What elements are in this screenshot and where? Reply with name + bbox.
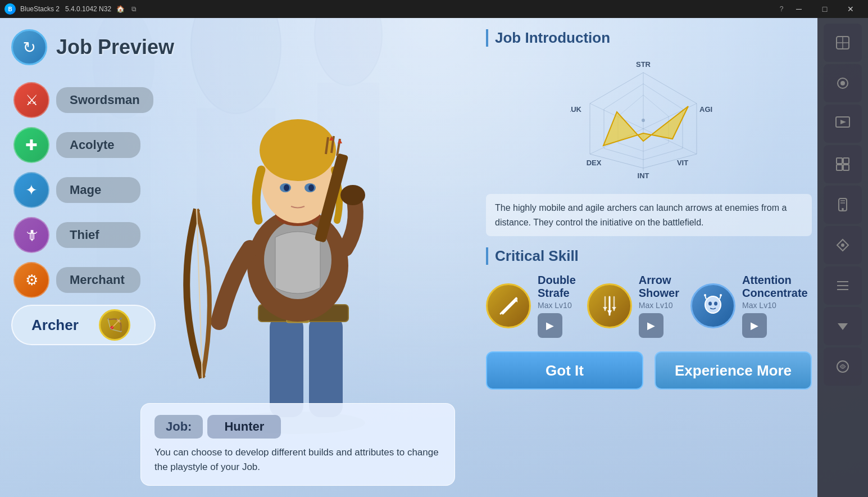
character-svg [140, 40, 455, 445]
help-icon[interactable]: ? [777, 4, 786, 13]
sidebar-icon-4 [834, 156, 851, 173]
job-item-archer[interactable]: Archer 🏹 [11, 305, 156, 345]
window-controls: ? ─ □ ✕ [777, 0, 864, 18]
job-item-merchant[interactable]: ⚙ Merchant [11, 260, 156, 300]
radar-chart: STR AGI VIT INT DEX LUK [570, 56, 728, 185]
bluestacks-logo: B [4, 3, 16, 15]
sidebar-btn-3[interactable] [824, 105, 862, 143]
svg-rect-7 [270, 316, 303, 417]
double-strafe-name: Double Strafe [538, 274, 576, 300]
back-button[interactable]: ↺ [11, 29, 47, 65]
critical-skill-title: Critical Skill [486, 247, 812, 265]
sidebar-icon-3 [834, 115, 851, 132]
skill-icon-row-2: Arrow Shower Max Lv10 ▶ [587, 274, 679, 338]
attention-name: Attention Concentrate [742, 274, 812, 300]
critical-skill-section: Critical Skill Double S [486, 247, 812, 340]
title-bar: B BlueStacks 2 5.4.0.1042 N32 🏠 ⧉ ? ─ □ … [0, 0, 868, 18]
arrow-shower-info: Arrow Shower Max Lv10 ▶ [639, 274, 679, 338]
arrow-shower-play-button[interactable]: ▶ [639, 313, 664, 338]
maximize-button[interactable]: □ [812, 0, 838, 18]
attention-concentrate-icon [690, 283, 735, 328]
svg-marker-44 [607, 310, 612, 315]
swordsman-label: Swordsman [56, 87, 153, 113]
mage-icon: ✦ [13, 172, 49, 208]
home-icon[interactable]: 🏠 [116, 4, 125, 13]
action-buttons: Got It Experience More [486, 351, 812, 390]
svg-point-20 [340, 185, 365, 205]
sidebar-btn-5[interactable] [824, 186, 862, 224]
svg-point-67 [842, 208, 844, 210]
sidebar-icon-9 [834, 358, 851, 375]
sidebar-btn-1[interactable] [824, 24, 862, 62]
merchant-label: Merchant [56, 267, 140, 293]
attention-svg [701, 293, 725, 318]
title-bar-title: BlueStacks 2 5.4.0.1042 N32 [20, 5, 111, 13]
sidebar-btn-2[interactable] [824, 64, 862, 102]
mage-label: Mage [56, 177, 140, 203]
arrow-shower-name: Arrow Shower [639, 274, 679, 300]
double-strafe-svg [496, 293, 521, 318]
title-bar-left: B BlueStacks 2 5.4.0.1042 N32 🏠 ⧉ [4, 3, 138, 15]
svg-point-41 [642, 119, 645, 122]
archer-label: Archer [18, 311, 92, 340]
minimize-button[interactable]: ─ [786, 0, 812, 18]
sidebar-icon-2 [834, 75, 851, 92]
svg-point-59 [840, 81, 845, 85]
sidebar-btn-8[interactable] [824, 307, 862, 345]
merchant-icon: ⚙ [13, 262, 49, 298]
skill-double-strafe: Double Strafe Max Lv10 ▶ [486, 274, 576, 340]
double-strafe-icon [486, 283, 531, 328]
job-tooltip-desc: You can choose to develop different buil… [154, 445, 441, 474]
svg-marker-46 [612, 307, 616, 310]
thief-label: Thief [56, 222, 140, 248]
svg-rect-64 [837, 165, 842, 170]
job-item-swordsman[interactable]: ⚔ Swordsman [11, 80, 156, 120]
close-button[interactable]: ✕ [838, 0, 864, 18]
skill-icon-row-3: Attention Concentrate Max Lv10 ▶ [690, 274, 812, 338]
sidebar-btn-6[interactable] [824, 226, 862, 264]
svg-text:AGI: AGI [699, 105, 712, 114]
sidebar-btn-7[interactable] [824, 266, 862, 305]
job-preview-header: ↺ Job Preview [11, 29, 174, 65]
svg-rect-63 [843, 158, 849, 164]
job-item-thief[interactable]: 🗡 Thief [11, 215, 156, 255]
thief-icon: 🗡 [13, 217, 49, 253]
game-area: ↺ Job Preview ⚔ Swordsman ✚ Acolyte ✦ Ma… [0, 18, 868, 497]
job-item-acolyte[interactable]: ✚ Acolyte [11, 125, 156, 165]
experience-more-button[interactable]: Experience More [655, 351, 812, 390]
got-it-button[interactable]: Got It [486, 351, 643, 390]
sidebar-btn-9[interactable] [824, 347, 862, 386]
right-sidebar [817, 18, 868, 497]
svg-rect-65 [843, 165, 849, 170]
app-name: BlueStacks 2 [20, 5, 60, 13]
double-strafe-info: Double Strafe Max Lv10 ▶ [538, 274, 576, 338]
app-version: 5.4.0.1042 N32 [65, 5, 111, 13]
svg-point-18 [284, 184, 289, 191]
sidebar-icon-6 [834, 237, 851, 254]
job-tooltip: Job: Hunter You can choose to develop di… [140, 403, 455, 486]
sidebar-btn-4[interactable] [824, 145, 862, 183]
double-strafe-play-button[interactable]: ▶ [538, 313, 562, 338]
svg-text:LUK: LUK [570, 105, 582, 114]
sidebar-icon-5 [834, 196, 851, 213]
job-list: ⚔ Swordsman ✚ Acolyte ✦ Mage 🗡 Thief ⚙ M… [11, 80, 156, 345]
acolyte-icon: ✚ [13, 127, 49, 163]
job-tooltip-label: Job: [154, 415, 203, 439]
svg-text:INT: INT [638, 171, 649, 180]
skill-icon-row-1: Double Strafe Max Lv10 ▶ [486, 274, 576, 338]
svg-point-19 [308, 184, 314, 191]
sidebar-icon-8 [834, 318, 851, 335]
attention-play-button[interactable]: ▶ [742, 313, 767, 338]
svg-rect-62 [837, 158, 842, 164]
copy-icon[interactable]: ⧉ [129, 4, 138, 13]
svg-text:DEX: DEX [587, 159, 602, 167]
svg-text:VIT: VIT [677, 159, 688, 167]
job-intro-section: Job Introduction STR AGI VIT INT DEX LUK [486, 29, 812, 236]
job-description: The highly mobile and agile archers can … [486, 194, 812, 236]
arrow-shower-svg [597, 293, 622, 318]
swordsman-icon: ⚔ [13, 82, 49, 118]
sidebar-icon-1 [834, 34, 851, 51]
svg-point-53 [704, 294, 706, 296]
job-item-mage[interactable]: ✦ Mage [11, 170, 156, 210]
arrow-shower-level: Max Lv10 [639, 301, 679, 310]
